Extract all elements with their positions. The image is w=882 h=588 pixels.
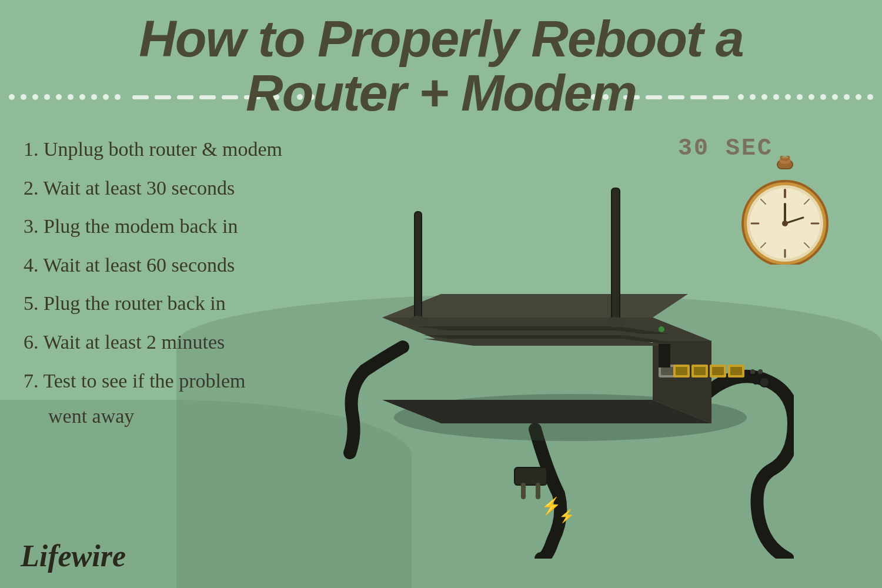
step-6: 6. Wait at least 2 minutes [24, 328, 329, 356]
step-7-cont: went away [24, 405, 329, 427]
svg-point-91 [659, 326, 664, 332]
step-1: 1. Unplug both router & modem [24, 135, 329, 163]
step-3: 3. Plug the modem back in [24, 212, 329, 240]
stopwatch [735, 156, 835, 267]
svg-point-73 [410, 316, 426, 325]
svg-rect-74 [612, 188, 620, 320]
svg-marker-67 [382, 294, 688, 318]
svg-point-88 [758, 369, 763, 374]
svg-rect-77 [661, 367, 675, 375]
svg-point-90 [753, 380, 758, 385]
steps-list: 1. Unplug both router & modem 2. Wait at… [24, 135, 329, 427]
svg-rect-83 [676, 367, 687, 375]
step-7: 7. Test to see if the problem [24, 367, 329, 395]
svg-rect-72 [415, 212, 422, 320]
page-title: How to Properly Reboot a Router + Modem [0, 12, 882, 121]
title-area: How to Properly Reboot a Router + Modem [0, 12, 882, 121]
step-5: 5. Plug the router back in [24, 289, 329, 318]
svg-rect-58 [514, 467, 547, 485]
brand-logo: Lifewire [21, 539, 126, 573]
svg-point-87 [750, 369, 755, 374]
svg-rect-78 [659, 344, 670, 368]
title-line2: Router + Modem [246, 64, 636, 122]
step-2: 2. Wait at least 30 seconds [24, 174, 329, 202]
router-illustration: ⚡ ⚡ [288, 118, 794, 559]
step-4: 4. Wait at least 60 seconds [24, 251, 329, 279]
svg-point-89 [760, 377, 769, 387]
title-line1: How to Properly Reboot a [139, 9, 743, 68]
svg-rect-86 [730, 367, 742, 375]
svg-point-75 [606, 317, 625, 328]
svg-rect-84 [694, 367, 706, 375]
svg-text:⚡: ⚡ [559, 508, 575, 524]
svg-point-57 [782, 220, 788, 226]
svg-rect-85 [712, 367, 724, 375]
